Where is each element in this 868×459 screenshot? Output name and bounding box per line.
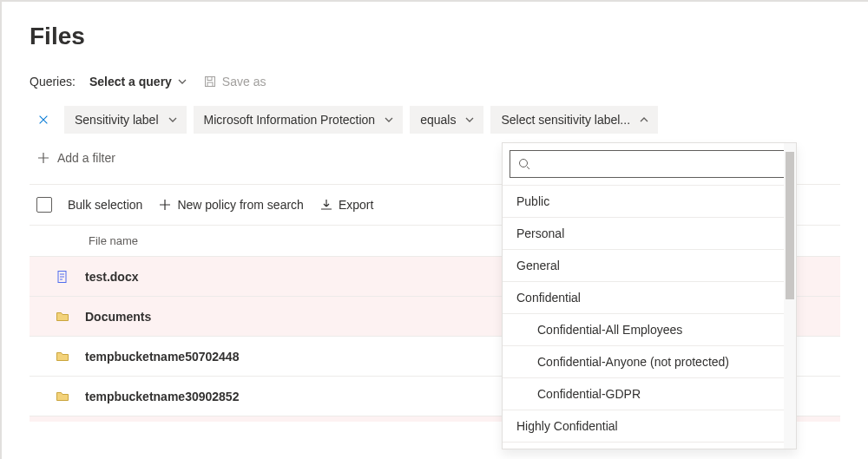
chip-mip[interactable]: Microsoft Information Protection: [194, 106, 404, 134]
plus-icon: [36, 151, 50, 165]
svg-point-4: [520, 160, 528, 167]
queries-label: Queries:: [30, 75, 76, 89]
scrollbar[interactable]: [784, 143, 796, 449]
new-policy-label: New policy from search: [177, 198, 304, 212]
dd-item-highly-confidential[interactable]: Highly Confidential: [503, 410, 796, 442]
file-name: test.docx: [85, 270, 138, 284]
svg-rect-2: [207, 82, 213, 87]
dropdown-search-input[interactable]: [531, 156, 781, 172]
folder-icon: [56, 390, 69, 403]
dd-item-general[interactable]: General: [503, 249, 796, 281]
svg-rect-0: [205, 77, 214, 87]
filter-chips-row: Sensitivity label Microsoft Information …: [30, 106, 840, 144]
save-icon: [203, 75, 217, 89]
select-query-label: Select a query: [89, 75, 172, 89]
dd-item-confidential[interactable]: Confidential: [503, 281, 796, 313]
dd-item-overflow: [503, 442, 796, 449]
col-filename[interactable]: File name: [89, 234, 138, 247]
search-icon: [517, 157, 531, 171]
bulk-selection-checkbox[interactable]: [36, 197, 52, 213]
chip-sensitivity-label[interactable]: Sensitivity label: [64, 106, 187, 134]
chevron-down-icon: [175, 75, 189, 89]
folder-icon: [56, 310, 69, 324]
file-name: tempbucketname50702448: [85, 350, 239, 364]
chevron-down-icon: [166, 113, 180, 127]
export-button[interactable]: Export: [319, 198, 373, 212]
folder-icon: [56, 350, 69, 364]
chip-select-sensitivity-label[interactable]: Select sensitivity label...: [490, 106, 658, 134]
chip-label: Microsoft Information Protection: [204, 113, 376, 127]
svg-rect-1: [207, 77, 212, 81]
save-as-button: Save as: [203, 75, 266, 89]
page-title: Files: [30, 23, 840, 50]
dropdown-list: Public Personal General Confidential Con…: [503, 185, 796, 449]
scrollbar-thumb[interactable]: [786, 152, 794, 299]
sensitivity-label-dropdown: Public Personal General Confidential Con…: [502, 142, 797, 449]
plus-icon: [158, 198, 172, 212]
file-name: Documents: [85, 310, 151, 324]
queries-row: Queries: Select a query Save as: [30, 75, 840, 89]
dropdown-search[interactable]: [510, 150, 789, 178]
document-icon: [56, 270, 69, 284]
download-icon: [319, 198, 333, 212]
file-name: tempbucketname30902852: [85, 390, 239, 403]
chip-label: equals: [420, 113, 456, 127]
chevron-down-icon: [463, 113, 477, 127]
chip-label: Sensitivity label: [75, 113, 159, 127]
chip-operator[interactable]: equals: [410, 106, 483, 134]
dd-item-confidential-anyone[interactable]: Confidential-Anyone (not protected): [503, 345, 796, 377]
dd-item-confidential-all-employees[interactable]: Confidential-All Employees: [503, 313, 796, 345]
chevron-down-icon: [382, 113, 396, 127]
dd-item-personal[interactable]: Personal: [503, 217, 796, 249]
chevron-up-icon: [637, 113, 651, 127]
new-policy-button[interactable]: New policy from search: [158, 198, 304, 212]
save-as-label: Save as: [222, 75, 266, 89]
dd-item-confidential-gdpr[interactable]: Confidential-GDPR: [503, 377, 796, 410]
export-label: Export: [339, 198, 373, 212]
bulk-selection-label: Bulk selection: [68, 198, 142, 212]
select-query-dropdown[interactable]: Select a query: [89, 75, 189, 89]
clear-filter-button[interactable]: [30, 106, 57, 134]
dd-item-public[interactable]: Public: [503, 185, 796, 217]
chip-label: Select sensitivity label...: [501, 113, 630, 127]
add-filter-label: Add a filter: [57, 151, 115, 165]
